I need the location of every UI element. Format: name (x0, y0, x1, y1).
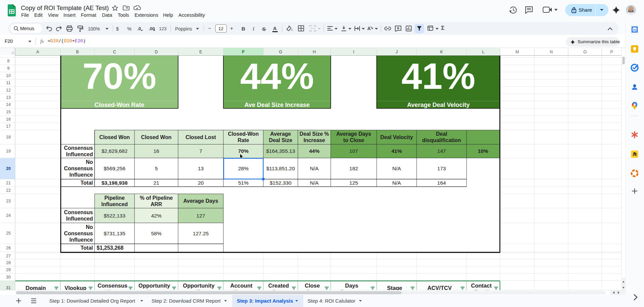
svg-text:28: 28 (6, 260, 11, 265)
svg-text:N/A: N/A (310, 166, 319, 171)
svg-text:$569,256: $569,256 (104, 166, 125, 171)
svg-text:25: 25 (6, 231, 11, 236)
svg-text:41%: 41% (391, 148, 402, 154)
svg-text:N/A: N/A (392, 180, 401, 186)
svg-text:Ave Deal Size Increase: Ave Deal Size Increase (245, 102, 310, 108)
svg-text:E: E (199, 50, 202, 54)
svg-text:107: 107 (350, 148, 358, 154)
svg-text:Average: Average (270, 131, 291, 137)
svg-text:7: 7 (199, 148, 202, 154)
svg-text:N: N (550, 50, 553, 54)
svg-text:51%: 51% (238, 180, 249, 186)
svg-text:Days: Days (345, 283, 358, 289)
svg-text:15: 15 (6, 110, 11, 114)
svg-text:Deal Size: Deal Size (269, 137, 292, 143)
svg-text:$1,253,268: $1,253,268 (97, 245, 123, 251)
svg-text:Average Days: Average Days (336, 131, 371, 137)
svg-text:Closed Won: Closed Won (99, 134, 130, 140)
svg-text:42%: 42% (151, 213, 161, 219)
svg-text:N/A: N/A (310, 180, 319, 186)
svg-text:147: 147 (437, 148, 446, 154)
svg-text:A: A (36, 50, 39, 54)
svg-text:24: 24 (6, 213, 11, 218)
svg-text:Closed Lost: Closed Lost (185, 134, 216, 140)
svg-text:20: 20 (198, 180, 204, 186)
svg-text:Domain: Domain (25, 285, 46, 291)
svg-text:% of Pipeline: % of Pipeline (140, 195, 173, 201)
svg-text:11: 11 (6, 80, 11, 85)
svg-text:Deal Velocity: Deal Velocity (380, 134, 413, 140)
svg-text:C: C (113, 50, 116, 54)
svg-text:16: 16 (153, 148, 159, 154)
svg-text:182: 182 (350, 166, 358, 171)
svg-text:164: 164 (437, 180, 446, 186)
svg-text:13: 13 (6, 95, 11, 100)
svg-text:Deal Size %: Deal Size % (300, 131, 329, 137)
svg-text:Pipeline: Pipeline (104, 195, 125, 201)
svg-text:Influenced: Influenced (66, 151, 93, 157)
svg-text:12: 12 (6, 88, 11, 93)
svg-text:No: No (86, 159, 93, 165)
svg-text:19: 19 (6, 149, 11, 154)
svg-text:5: 5 (155, 166, 158, 171)
svg-text:10%: 10% (478, 148, 488, 154)
svg-text:127: 127 (197, 213, 205, 219)
svg-text:8: 8 (7, 59, 10, 63)
svg-text:D: D (155, 50, 158, 54)
svg-text:28%: 28% (238, 166, 249, 171)
svg-text:14: 14 (6, 102, 11, 107)
svg-text:58%: 58% (151, 231, 161, 236)
svg-text:K: K (440, 50, 443, 54)
svg-text:Rate: Rate (237, 137, 249, 143)
svg-text:Influenced: Influenced (66, 216, 93, 222)
svg-text:29: 29 (6, 267, 11, 272)
svg-text:22: 22 (6, 188, 11, 193)
svg-text:Contact: Contact (471, 283, 492, 289)
svg-text:J: J (395, 50, 397, 54)
svg-text:B: B (76, 50, 79, 54)
svg-text:ACV/TCV: ACV/TCV (427, 285, 451, 291)
svg-text:Consensus: Consensus (64, 231, 93, 236)
svg-text:ARR: ARR (151, 201, 162, 207)
svg-text:16: 16 (6, 117, 11, 122)
svg-text:G: G (279, 50, 282, 54)
svg-text:44%: 44% (309, 148, 319, 154)
svg-text:O: O (583, 50, 587, 54)
svg-text:18: 18 (6, 135, 11, 139)
svg-text:Total: Total (80, 180, 93, 186)
svg-text:Consensus: Consensus (98, 283, 127, 289)
svg-text:26: 26 (6, 246, 11, 250)
svg-text:31: 31 (6, 286, 11, 290)
svg-text:No: No (86, 224, 93, 230)
svg-text:F: F (242, 49, 245, 54)
svg-text:Average Days: Average Days (183, 198, 218, 204)
svg-text:to Close: to Close (343, 137, 364, 143)
svg-text:Consensus: Consensus (64, 166, 93, 171)
svg-text:127.25: 127.25 (193, 231, 209, 236)
svg-text:$2,629,682: $2,629,682 (102, 148, 128, 154)
svg-text:Deal: Deal (436, 131, 447, 137)
svg-text:Influenced: Influenced (101, 201, 128, 207)
svg-text:Influence: Influence (69, 172, 93, 178)
svg-text:10: 10 (6, 73, 11, 78)
svg-text:Opportunity: Opportunity (139, 283, 170, 289)
svg-text:Consensus: Consensus (64, 145, 93, 151)
svg-text:H: H (313, 50, 316, 54)
svg-text:Closed-Won: Closed-Won (228, 131, 259, 137)
svg-text:A: A (367, 26, 371, 31)
svg-text:Average Deal Velocity: Average Deal Velocity (407, 102, 470, 108)
svg-text:$522,133: $522,133 (104, 213, 125, 219)
svg-text:13: 13 (198, 166, 204, 171)
svg-text:70%: 70% (238, 148, 249, 154)
svg-text:L: L (482, 50, 485, 54)
svg-text:disqualification: disqualification (422, 137, 461, 143)
svg-text:I: I (353, 50, 354, 54)
svg-text:Influence: Influence (69, 237, 93, 243)
svg-text:44%: 44% (240, 55, 314, 97)
svg-text:$164,355.13: $164,355.13 (266, 148, 295, 154)
svg-text:$113,851.20: $113,851.20 (266, 166, 295, 171)
svg-text:173: 173 (437, 166, 446, 171)
svg-text:31: 31 (633, 28, 636, 32)
svg-text:21: 21 (153, 180, 159, 186)
svg-text:Total: Total (80, 245, 93, 251)
